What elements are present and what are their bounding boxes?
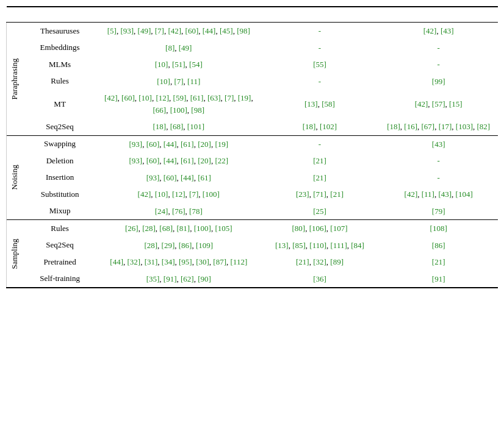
method-cell: MLMs [23,56,97,73]
method-cell: Insertion [23,169,97,187]
category-cell: Paraphrasing [7,23,23,136]
structure-prediction-cell: [42], [11], [43], [104] [379,186,498,203]
text-generation-cell: [18], [102] [261,118,380,135]
header-text-generation [261,7,380,23]
structure-prediction-cell: [108] [379,220,498,237]
structure-prediction-cell: - [379,152,498,169]
structure-prediction-cell: [21] [379,254,498,271]
text-generation-cell: [36] [261,271,380,288]
header-row [7,7,499,23]
text-classification-cell: [5], [93], [49], [7], [42], [60], [44], … [97,23,261,40]
method-cell: Pretrained [23,254,97,271]
structure-prediction-cell: [99] [379,73,498,90]
category-cell: Noising [7,135,23,220]
table-row: Mixup[24], [76], [78][25][79] [7,203,499,220]
text-classification-cell: [26], [28], [68], [81], [100], [105] [97,220,261,237]
table-row: NoisingSwapping[93], [60], [44], [61], [… [7,135,499,152]
text-generation-cell: [21] [261,152,380,169]
text-classification-cell: [10], [51], [54] [97,56,261,73]
text-generation-cell: - [261,135,380,152]
text-classification-cell: [93], [60], [44], [61], [20], [22] [97,152,261,169]
header-text-classification [97,7,261,23]
text-generation-cell: - [261,73,380,90]
text-classification-cell: [42], [10], [12], [7], [100] [97,186,261,203]
structure-prediction-cell: - [379,56,498,73]
method-cell: Embeddings [23,40,97,57]
method-cell: Thesauruses [23,23,97,40]
table-row: Substitution[42], [10], [12], [7], [100]… [7,186,499,203]
table-row: Seq2Seq[28], [29], [86], [109][13], [85]… [7,237,499,254]
table-row: Pretrained[44], [32], [31], [34], [95], … [7,254,499,271]
structure-prediction-cell: [79] [379,203,498,220]
method-cell: Self-training [23,271,97,288]
table-row: MLMs[10], [51], [54][55]- [7,56,499,73]
table-row: ParaphrasingThesauruses[5], [93], [49], … [7,23,499,40]
text-classification-cell: [93], [60], [44], [61], [20], [19] [97,135,261,152]
structure-prediction-cell: - [379,169,498,187]
text-classification-cell: [28], [29], [86], [109] [97,237,261,254]
text-generation-cell: [21], [32], [89] [261,254,380,271]
table-row: MT[42], [60], [10], [12], [59], [61], [6… [7,90,499,118]
text-classification-cell: [44], [32], [31], [34], [95], [30], [87]… [97,254,261,271]
structure-prediction-cell: [91] [379,271,498,288]
text-classification-cell: [24], [76], [78] [97,203,261,220]
table-row: Rules[10], [7], [11]-[99] [7,73,499,90]
text-generation-cell: [25] [261,203,380,220]
method-cell: Seq2Seq [23,118,97,135]
method-cell: Deletion [23,152,97,169]
method-cell: Seq2Seq [23,237,97,254]
header-structure-prediction [379,7,498,23]
text-classification-cell: [10], [7], [11] [97,73,261,90]
method-cell: Rules [23,73,97,90]
table-row: Embeddings[8], [49]-- [7,40,499,57]
augmentation-table: ParaphrasingThesauruses[5], [93], [49], … [6,6,498,288]
table-row: SamplingRules[26], [28], [68], [81], [10… [7,220,499,237]
structure-prediction-cell: [42], [43] [379,23,498,40]
structure-prediction-cell: [86] [379,237,498,254]
structure-prediction-cell: [43] [379,135,498,152]
structure-prediction-cell: [42], [57], [15] [379,90,498,118]
structure-prediction-cell: [18], [16], [67], [17], [103], [82] [379,118,498,135]
text-classification-cell: [18], [68], [101] [97,118,261,135]
text-generation-cell: [23], [71], [21] [261,186,380,203]
category-cell: Sampling [7,220,23,288]
text-classification-cell: [8], [49] [97,40,261,57]
text-generation-cell: [55] [261,56,380,73]
table-row: Self-training[35], [91], [62], [90][36][… [7,271,499,288]
text-classification-cell: [42], [60], [10], [12], [59], [61], [63]… [97,90,261,118]
text-generation-cell: [13], [58] [261,90,380,118]
text-classification-cell: [93], [60], [44], [61] [97,169,261,187]
main-table-container: ParaphrasingThesauruses[5], [93], [49], … [6,6,498,288]
header-method [23,7,97,23]
method-cell: Rules [23,220,97,237]
table-row: Deletion[93], [60], [44], [61], [20], [2… [7,152,499,169]
table-row: Insertion[93], [60], [44], [61][21]- [7,169,499,187]
text-generation-cell: [13], [85], [110], [111], [84] [261,237,380,254]
method-cell: Substitution [23,186,97,203]
text-classification-cell: [35], [91], [62], [90] [97,271,261,288]
structure-prediction-cell: - [379,40,498,57]
header-category [7,7,23,23]
text-generation-cell: - [261,23,380,40]
text-generation-cell: [21] [261,169,380,187]
method-cell: MT [23,90,97,118]
method-cell: Swapping [23,135,97,152]
text-generation-cell: [80], [106], [107] [261,220,380,237]
text-generation-cell: - [261,40,380,57]
method-cell: Mixup [23,203,97,220]
table-row: Seq2Seq[18], [68], [101][18], [102][18],… [7,118,499,135]
